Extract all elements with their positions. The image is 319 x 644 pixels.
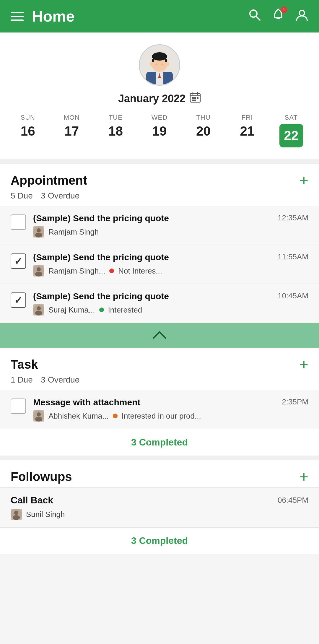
- followup-title: Followups: [11, 470, 72, 484]
- appointment-avatar-2: [33, 265, 44, 277]
- task-time-1: 2:35PM: [282, 397, 308, 406]
- notification-badge: 1: [281, 6, 287, 13]
- followup-avatar-1: [11, 509, 22, 520]
- svg-rect-25: [194, 100, 196, 101]
- svg-point-39: [14, 511, 18, 515]
- appointment-person-1: Ramjam Singh: [48, 227, 99, 237]
- appointment-checkbox-3[interactable]: ✓: [11, 292, 26, 308]
- appointment-content-1: (Sample) Send the pricing quote 12:35AM …: [33, 213, 308, 238]
- task-subtitle: 1 Due 3 Overdue: [0, 375, 319, 390]
- svg-point-30: [37, 267, 41, 271]
- appointment-title: Appointment: [11, 173, 87, 188]
- task-card-1[interactable]: Message with attachment 2:35PM Abhishek …: [0, 390, 319, 429]
- task-completed-label: 3 Completed: [131, 437, 188, 448]
- search-icon[interactable]: [248, 8, 261, 24]
- svg-point-33: [37, 306, 41, 310]
- day-fri[interactable]: FRI 21: [230, 114, 265, 147]
- task-checkbox-1[interactable]: [11, 399, 26, 414]
- svg-point-27: [37, 228, 41, 232]
- menu-icon[interactable]: [11, 12, 24, 21]
- svg-rect-2: [276, 18, 280, 19]
- month-year-label: January 2022: [118, 92, 185, 105]
- header-right: 1: [248, 8, 308, 24]
- appointment-title-1: (Sample) Send the pricing quote: [33, 213, 278, 223]
- day-sat[interactable]: SAT 22: [274, 114, 309, 147]
- appointment-time-2: 11:55AM: [278, 252, 308, 261]
- status-dot-task-1: [113, 414, 118, 418]
- avatar: [139, 44, 180, 86]
- appointment-person-2: Ramjam Singh...: [48, 266, 105, 276]
- svg-point-3: [277, 9, 279, 10]
- appointment-time-3: 10:45AM: [278, 291, 308, 300]
- appointment-card-3[interactable]: ✓ (Sample) Send the pricing quote 10:45A…: [0, 284, 319, 323]
- svg-rect-21: [192, 97, 194, 99]
- add-appointment-button[interactable]: +: [300, 173, 308, 188]
- appointment-card-2[interactable]: ✓ (Sample) Send the pricing quote 11:55A…: [0, 245, 319, 284]
- notification-icon[interactable]: 1: [272, 8, 285, 24]
- collapse-button[interactable]: [0, 323, 319, 348]
- task-item-title-1: Message with attachment: [33, 397, 282, 407]
- task-overdue: 3 Overdue: [41, 375, 80, 384]
- appointment-time-1: 12:35AM: [278, 213, 308, 222]
- user-icon[interactable]: [295, 8, 308, 24]
- day-wed[interactable]: WED 19: [142, 114, 177, 147]
- header-left: Home: [11, 7, 74, 25]
- followup-person-1: Sunil Singh: [26, 510, 65, 519]
- appointment-title-3: (Sample) Send the pricing quote: [33, 291, 278, 301]
- followup-header: Followups +: [0, 460, 319, 487]
- appointment-content-2: (Sample) Send the pricing quote 11:55AM …: [33, 252, 308, 277]
- followup-time-1: 06:45PM: [278, 496, 308, 505]
- appointment-subtitle: 5 Due 3 Overdue: [0, 191, 319, 206]
- appointment-avatar-1: [33, 226, 44, 238]
- task-title: Task: [11, 357, 38, 372]
- day-tue[interactable]: TUE 18: [98, 114, 133, 147]
- svg-point-34: [35, 311, 42, 316]
- divider-1: [0, 159, 319, 164]
- svg-point-14: [166, 62, 169, 66]
- svg-point-16: [162, 63, 164, 66]
- appointment-header: Appointment +: [0, 164, 319, 191]
- calendar-icon: [190, 92, 201, 105]
- task-avatar-1: [33, 410, 44, 422]
- status-dot-3: [99, 308, 104, 312]
- add-task-button[interactable]: +: [300, 357, 308, 372]
- svg-rect-22: [194, 97, 196, 99]
- chevron-up-icon: [152, 329, 167, 342]
- svg-point-37: [35, 417, 42, 422]
- appointment-status-2: Not Interes...: [118, 266, 162, 276]
- followup-completed-label: 3 Completed: [131, 535, 188, 546]
- svg-point-40: [13, 515, 20, 520]
- day-thu[interactable]: THU 20: [186, 114, 221, 147]
- day-mon[interactable]: MON 17: [54, 114, 89, 147]
- task-due: 1 Due: [11, 375, 33, 384]
- svg-rect-24: [192, 100, 194, 101]
- status-dot-2: [109, 269, 114, 273]
- appointment-card-1[interactable]: (Sample) Send the pricing quote 12:35AM …: [0, 206, 319, 245]
- svg-rect-11: [152, 59, 154, 62]
- svg-point-28: [35, 233, 42, 238]
- task-completed-bar[interactable]: 3 Completed: [0, 429, 319, 456]
- followup-item-title-1: Call Back: [11, 495, 53, 506]
- followup-section: Followups + Call Back 06:45PM Sunil Sing…: [0, 460, 319, 554]
- profile-section: January 2022 SUN 16 MON 17 TUE: [0, 32, 319, 159]
- task-header: Task +: [0, 348, 319, 375]
- day-sun[interactable]: SUN 16: [10, 114, 45, 147]
- appointment-section: Appointment + 5 Due 3 Overdue (Sample) S…: [0, 164, 319, 348]
- task-person-1: Abhishek Kuma...: [48, 412, 109, 421]
- appointment-due: 5 Due: [11, 191, 33, 200]
- appointment-status-3: Interested: [108, 305, 142, 315]
- appointment-title-2: (Sample) Send the pricing quote: [33, 252, 278, 262]
- page-title: Home: [32, 7, 74, 25]
- svg-point-15: [156, 63, 158, 66]
- appointment-checkbox-1[interactable]: [11, 214, 26, 230]
- month-year: January 2022: [118, 92, 201, 105]
- followup-card-1[interactable]: Call Back 06:45PM Sunil Singh: [0, 487, 319, 527]
- svg-point-4: [299, 10, 305, 16]
- svg-point-10: [152, 52, 167, 61]
- appointment-checkbox-2[interactable]: ✓: [11, 253, 26, 269]
- header: Home 1: [0, 0, 319, 32]
- followup-completed-bar[interactable]: 3 Completed: [0, 527, 319, 554]
- add-followup-button[interactable]: +: [300, 469, 308, 484]
- appointment-person-3: Suraj Kuma...: [48, 305, 95, 315]
- svg-rect-12: [165, 59, 167, 62]
